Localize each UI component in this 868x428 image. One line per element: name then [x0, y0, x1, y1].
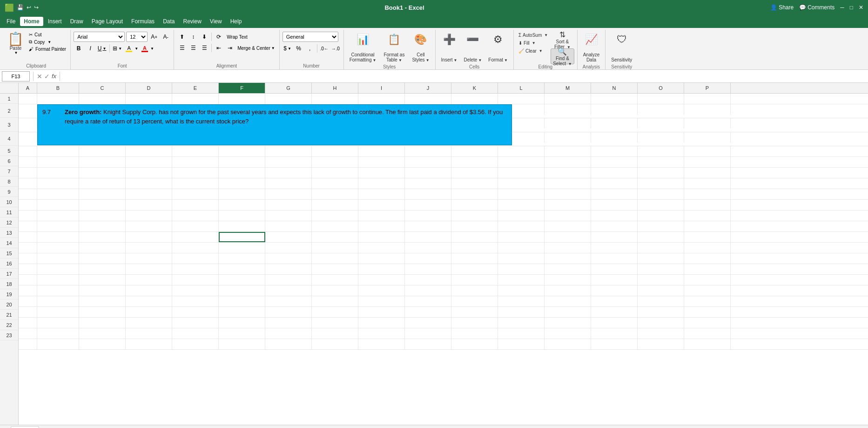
cell-17-3[interactable] [126, 275, 172, 285]
borders-button[interactable]: ⊞▼ [112, 43, 122, 54]
col-header-h[interactable]: H [312, 83, 358, 93]
cell-5-13[interactable] [591, 146, 638, 156]
cell-21-13[interactable] [591, 318, 638, 328]
cell-14-8[interactable] [358, 243, 405, 253]
cell-15-12[interactable] [545, 253, 591, 264]
cell-7-5[interactable] [219, 168, 265, 178]
align-bottom-button[interactable]: ⬇ [199, 32, 209, 42]
cell-5-0[interactable] [19, 146, 37, 156]
cell-10-5[interactable] [219, 200, 265, 210]
cell-7-11[interactable] [498, 168, 545, 178]
col-header-c[interactable]: C [79, 83, 126, 93]
cell-15-9[interactable] [405, 253, 451, 264]
cell-2-15[interactable] [684, 104, 731, 115]
cell-10-4[interactable] [172, 200, 219, 210]
cell-2-0[interactable] [19, 104, 37, 115]
cell-6-8[interactable] [358, 157, 405, 167]
cell-9-3[interactable] [126, 189, 172, 199]
decrease-indent-button[interactable]: ⇤ [214, 43, 224, 53]
cell-21-15[interactable] [684, 318, 731, 328]
cell-10-1[interactable] [37, 200, 79, 210]
font-color-button[interactable]: A [140, 43, 150, 54]
cell-16-7[interactable] [312, 264, 358, 274]
cell-19-2[interactable] [79, 296, 126, 306]
cell-4-14[interactable] [638, 132, 684, 143]
row-number-9[interactable]: 9 [0, 187, 18, 197]
col-header-g[interactable]: G [265, 83, 312, 93]
col-header-l[interactable]: L [498, 83, 545, 93]
cell-10-0[interactable] [19, 200, 37, 210]
cell-5-11[interactable] [498, 146, 545, 156]
clear-button[interactable]: 🧹 Clear ▼ [517, 48, 550, 54]
cell-17-5[interactable] [219, 275, 265, 285]
cell-18-13[interactable] [591, 285, 638, 296]
cell-8-14[interactable] [638, 178, 684, 189]
cell-23-14[interactable] [638, 339, 684, 349]
cell-19-13[interactable] [591, 296, 638, 306]
cell-12-11[interactable] [498, 221, 545, 231]
row-number-3[interactable]: 3 [0, 118, 18, 132]
cell-22-9[interactable] [405, 328, 451, 339]
cell-16-5[interactable] [219, 264, 265, 274]
cell-6-5[interactable] [219, 157, 265, 167]
cell-17-9[interactable] [405, 275, 451, 285]
col-header-p[interactable]: P [684, 83, 731, 93]
row-number-4[interactable]: 4 [0, 132, 18, 146]
conditional-formatting-button[interactable]: 📊 ConditionalFormatting▼ [347, 32, 379, 64]
cell-19-7[interactable] [312, 296, 358, 306]
cell-12-2[interactable] [79, 221, 126, 231]
cell-19-14[interactable] [638, 296, 684, 306]
row-number-20[interactable]: 20 [0, 299, 18, 310]
row-number-7[interactable]: 7 [0, 166, 18, 177]
row-number-15[interactable]: 15 [0, 248, 18, 258]
cell-1-8[interactable] [358, 94, 405, 104]
cell-13-2[interactable] [79, 232, 126, 242]
font-color-dropdown-icon[interactable]: ▼ [150, 47, 154, 51]
cell-21-11[interactable] [498, 318, 545, 328]
cell-8-10[interactable] [451, 178, 498, 189]
cell-22-2[interactable] [79, 328, 126, 339]
col-header-i[interactable]: I [358, 83, 405, 93]
cell-12-15[interactable] [684, 221, 731, 231]
cell-5-12[interactable] [545, 146, 591, 156]
cell-14-4[interactable] [172, 243, 219, 253]
cell-16-11[interactable] [498, 264, 545, 274]
cell-1-11[interactable] [498, 94, 545, 104]
underline-button[interactable]: U▼ [97, 43, 107, 54]
cell-18-3[interactable] [126, 285, 172, 296]
cell-1-0[interactable] [19, 94, 37, 104]
cell-3-12[interactable] [545, 118, 591, 129]
cell-5-1[interactable] [37, 146, 79, 156]
row-number-5[interactable]: 5 [0, 146, 18, 156]
cell-1-6[interactable] [265, 94, 312, 104]
cell-13-14[interactable] [638, 232, 684, 242]
cell-23-2[interactable] [79, 339, 126, 349]
cell-7-3[interactable] [126, 168, 172, 178]
cell-15-5[interactable] [219, 253, 265, 264]
cell-14-10[interactable] [451, 243, 498, 253]
cell-1-12[interactable] [545, 94, 591, 104]
cell-2-13[interactable] [591, 104, 638, 115]
cell-10-7[interactable] [312, 200, 358, 210]
cell-20-12[interactable] [545, 307, 591, 317]
cell-18-9[interactable] [405, 285, 451, 296]
cell-2-1[interactable]: 9.7Zero growth: Knight Supply Corp. has … [37, 104, 79, 115]
row-number-21[interactable]: 21 [0, 310, 18, 320]
cell-16-2[interactable] [79, 264, 126, 274]
cell-15-15[interactable] [684, 253, 731, 264]
row-number-19[interactable]: 19 [0, 289, 18, 299]
cell-19-3[interactable] [126, 296, 172, 306]
cell-12-7[interactable] [312, 221, 358, 231]
cell-9-10[interactable] [451, 189, 498, 199]
cell-10-15[interactable] [684, 200, 731, 210]
italic-button[interactable]: I [85, 43, 95, 54]
cell-12-10[interactable] [451, 221, 498, 231]
cell-17-10[interactable] [451, 275, 498, 285]
cell-9-6[interactable] [265, 189, 312, 199]
cell-14-5[interactable] [219, 243, 265, 253]
cell-22-1[interactable] [37, 328, 79, 339]
cell-19-12[interactable] [545, 296, 591, 306]
col-header-k[interactable]: K [451, 83, 498, 93]
cell-10-6[interactable] [265, 200, 312, 210]
col-header-b[interactable]: B [37, 83, 79, 93]
